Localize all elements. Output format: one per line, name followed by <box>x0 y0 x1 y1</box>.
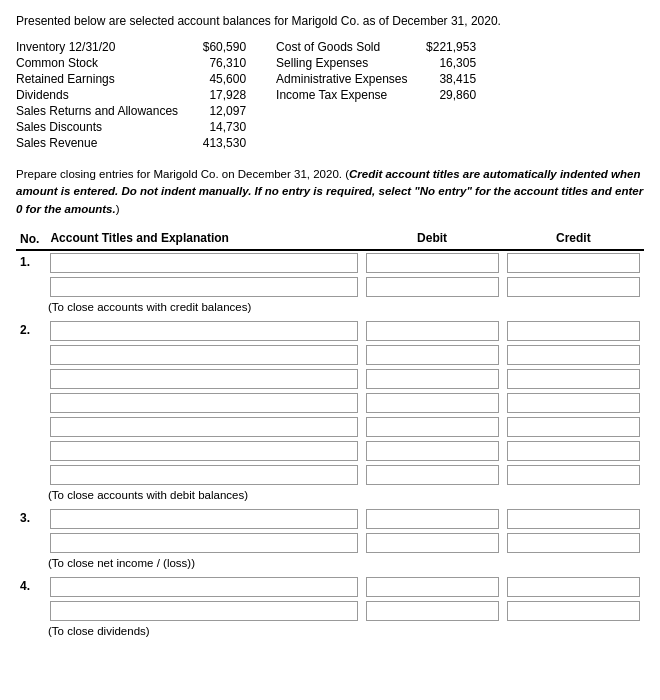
account-label: Income Tax Expense <box>276 88 408 102</box>
section-2-row2-credit-input[interactable] <box>507 369 640 389</box>
section-3-row0-acct-input[interactable] <box>50 509 357 529</box>
account-value: 14,730 <box>186 120 246 134</box>
account-row: Sales Discounts14,730 <box>16 120 246 134</box>
table-row <box>16 439 644 463</box>
section-2-row2-credit-cell <box>503 367 644 391</box>
section-2-row5-debit-cell <box>362 439 503 463</box>
section-1-row1-debit-cell <box>362 275 503 299</box>
instructions-italic: Credit account titles are automatically … <box>16 168 643 215</box>
account-value: 29,860 <box>416 88 476 102</box>
section-2-row6-acct-cell <box>46 463 361 487</box>
section-2-row1-acct-cell <box>46 343 361 367</box>
table-row <box>16 599 644 623</box>
section-2-row1-credit-cell <box>503 343 644 367</box>
section-4-row0-debit-input[interactable] <box>366 577 499 597</box>
account-value: 16,305 <box>416 56 476 70</box>
section-2-row2-debit-input[interactable] <box>366 369 499 389</box>
table-row <box>16 275 644 299</box>
account-value: 12,097 <box>186 104 246 118</box>
table-row: 3. <box>16 507 644 531</box>
account-row: Retained Earnings45,600 <box>16 72 246 86</box>
section-1-row0-credit-cell <box>503 250 644 275</box>
section-1-row0-debit-cell <box>362 250 503 275</box>
section-1-note-row: (To close accounts with credit balances) <box>16 299 644 319</box>
section-3-note-row: (To close net income / (loss)) <box>16 555 644 575</box>
section-2-row6-credit-cell <box>503 463 644 487</box>
section-1-row1-credit-cell <box>503 275 644 299</box>
account-balances: Inventory 12/31/20$60,590Common Stock76,… <box>16 40 644 150</box>
section-2-row0-debit-cell <box>362 319 503 343</box>
section-2-row3-debit-input[interactable] <box>366 393 499 413</box>
account-value: 38,415 <box>416 72 476 86</box>
account-value: 17,928 <box>186 88 246 102</box>
section-1-row0-debit-input[interactable] <box>366 253 499 273</box>
section-2-row5-acct-input[interactable] <box>50 441 357 461</box>
table-row <box>16 391 644 415</box>
section-4-row0-acct-cell <box>46 575 361 599</box>
section-2-row6-credit-input[interactable] <box>507 465 640 485</box>
section-4-row0-acct-input[interactable] <box>50 577 357 597</box>
account-label: Common Stock <box>16 56 178 70</box>
section-2-row1-acct-input[interactable] <box>50 345 357 365</box>
section-2-row5-credit-input[interactable] <box>507 441 640 461</box>
section-2-row0-debit-input[interactable] <box>366 321 499 341</box>
section-2-row2-debit-cell <box>362 367 503 391</box>
account-label: Inventory 12/31/20 <box>16 40 178 54</box>
account-row: Cost of Goods Sold$221,953 <box>276 40 476 54</box>
section-1-row0-credit-input[interactable] <box>507 253 640 273</box>
section-2-row1-debit-cell <box>362 343 503 367</box>
section-1-row1-debit-input[interactable] <box>366 277 499 297</box>
section-2-row0-acct-input[interactable] <box>50 321 357 341</box>
section-2-row3-credit-input[interactable] <box>507 393 640 413</box>
closing-entries-table: No. Account Titles and Explanation Debit… <box>16 228 644 643</box>
section-4-row1-acct-input[interactable] <box>50 601 357 621</box>
section-2-row5-debit-input[interactable] <box>366 441 499 461</box>
section-4-row0-credit-input[interactable] <box>507 577 640 597</box>
account-row: Inventory 12/31/20$60,590 <box>16 40 246 54</box>
table-row <box>16 531 644 555</box>
section-2-row2-acct-input[interactable] <box>50 369 357 389</box>
section-3-row1-debit-input[interactable] <box>366 533 499 553</box>
section-3-row1-acct-input[interactable] <box>50 533 357 553</box>
section-2-row4-acct-input[interactable] <box>50 417 357 437</box>
section-3-row1-credit-input[interactable] <box>507 533 640 553</box>
account-row: Sales Revenue413,530 <box>16 136 246 150</box>
section-4-row0-credit-cell <box>503 575 644 599</box>
section-2-row5-acct-cell <box>46 439 361 463</box>
accounts-right: Cost of Goods Sold$221,953Selling Expens… <box>276 40 476 150</box>
section-2-row4-debit-input[interactable] <box>366 417 499 437</box>
account-label: Sales Returns and Allowances <box>16 104 178 118</box>
section-1-row1-acct-input[interactable] <box>50 277 357 297</box>
section-2-row3-acct-cell <box>46 391 361 415</box>
section-3-row1-credit-cell <box>503 531 644 555</box>
section-1-row0-acct-cell <box>46 250 361 275</box>
account-label: Dividends <box>16 88 178 102</box>
section-2-row2-acct-cell <box>46 367 361 391</box>
section-4-row1-debit-input[interactable] <box>366 601 499 621</box>
section-2-row1-debit-input[interactable] <box>366 345 499 365</box>
section-2-row0-acct-cell <box>46 319 361 343</box>
col-header-debit: Debit <box>362 228 503 250</box>
col-header-no: No. <box>16 228 46 250</box>
section-2-row6-acct-input[interactable] <box>50 465 357 485</box>
section-3-note: (To close net income / (loss)) <box>16 555 644 575</box>
section-2-row1-credit-input[interactable] <box>507 345 640 365</box>
section-3-row0-credit-input[interactable] <box>507 509 640 529</box>
section-3-number: 3. <box>16 507 46 555</box>
section-3-row0-debit-input[interactable] <box>366 509 499 529</box>
section-2-row0-credit-input[interactable] <box>507 321 640 341</box>
account-value: 413,530 <box>186 136 246 150</box>
section-1-row1-credit-input[interactable] <box>507 277 640 297</box>
section-4-note-row: (To close dividends) <box>16 623 644 643</box>
section-2-row4-credit-input[interactable] <box>507 417 640 437</box>
account-row: Income Tax Expense29,860 <box>276 88 476 102</box>
section-2-row4-debit-cell <box>362 415 503 439</box>
account-label: Selling Expenses <box>276 56 408 70</box>
section-2-row3-acct-input[interactable] <box>50 393 357 413</box>
account-value: 76,310 <box>186 56 246 70</box>
account-label: Sales Discounts <box>16 120 178 134</box>
section-1-row0-acct-input[interactable] <box>50 253 357 273</box>
account-value: $60,590 <box>186 40 246 54</box>
section-2-row6-debit-input[interactable] <box>366 465 499 485</box>
section-4-row1-credit-input[interactable] <box>507 601 640 621</box>
